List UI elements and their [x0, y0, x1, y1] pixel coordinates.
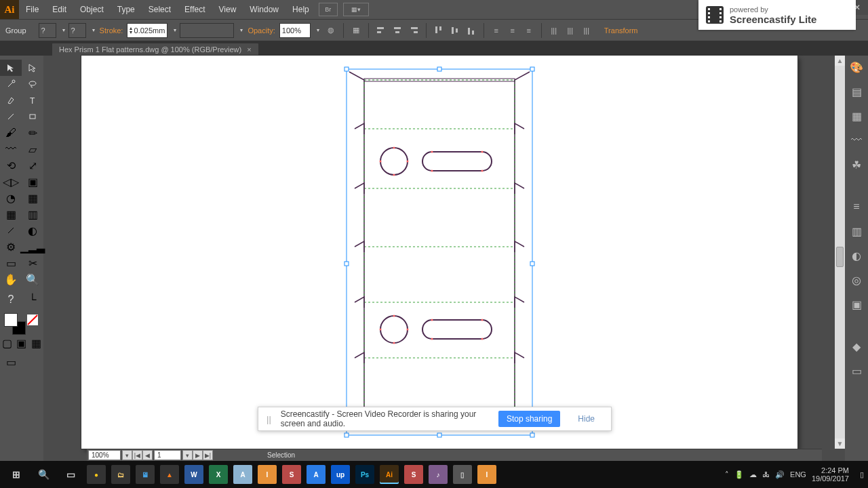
graph-tool[interactable]: ▁▂▃ [22, 239, 43, 255]
menu-view[interactable]: View [212, 0, 243, 19]
last-artboard-button[interactable]: ▶| [203, 450, 213, 460]
vertical-scrollbar[interactable]: ▲ ▼ [835, 56, 845, 449]
stroke-panel-icon[interactable]: ≡ [849, 199, 864, 214]
tearoff-icon[interactable]: └ [22, 291, 43, 308]
help-tool-icon[interactable]: ? [0, 291, 22, 308]
canvas-area[interactable]: 100% ▾ |◀ ◀ 1 ▾ ▶ ▶| Selection [43, 56, 845, 461]
scroll-up-icon[interactable]: ▲ [835, 56, 845, 66]
gradient-tool[interactable]: ▥ [22, 206, 43, 222]
gradient-panel-icon[interactable]: ▥ [849, 224, 864, 239]
fill-color-icon[interactable] [4, 313, 18, 327]
blend-tool[interactable]: ◐ [22, 222, 43, 239]
align-right-icon[interactable] [407, 24, 420, 37]
artboard-tool[interactable]: ▭ [0, 255, 22, 271]
taskbar-app-autodesk[interactable]: A [233, 465, 252, 484]
taskbar-app-sketchup1[interactable]: S [282, 465, 301, 484]
rectangle-tool[interactable] [22, 108, 43, 125]
menu-effect[interactable]: Effect [178, 0, 212, 19]
pen-tool[interactable] [0, 92, 22, 108]
taskbar-app-illustrator[interactable]: Ai [380, 465, 399, 484]
mesh-tool[interactable]: ▦ [0, 206, 22, 222]
menu-edit[interactable]: Edit [45, 0, 73, 19]
menu-object[interactable]: Object [73, 0, 111, 19]
draw-inside-icon[interactable]: ▦ [29, 335, 43, 351]
tray-network-icon[interactable]: 🖧 [762, 470, 770, 479]
fill-dropdown-icon[interactable]: ▾ [59, 27, 68, 33]
recolor-art-icon[interactable]: ◍ [324, 24, 338, 37]
direct-selection-tool[interactable] [22, 60, 43, 76]
menu-file[interactable]: File [19, 0, 45, 19]
fill-swatch[interactable]: ? [39, 23, 56, 38]
hide-toast-button[interactable]: Hide [570, 411, 603, 427]
zoom-menu-icon[interactable]: ▾ [122, 450, 132, 460]
menu-help[interactable]: Help [285, 0, 316, 19]
selection-tool[interactable] [0, 60, 22, 76]
taskbar-app-inventor2[interactable]: I [477, 465, 496, 484]
dist-hcenter-icon[interactable]: ||| [564, 24, 577, 37]
free-transform-tool[interactable]: ▣ [22, 174, 43, 190]
first-artboard-button[interactable]: |◀ [132, 450, 142, 460]
tray-battery-icon[interactable]: 🔋 [734, 470, 744, 479]
taskbar-app-taskview[interactable]: ▭ [57, 461, 84, 488]
align-left-icon[interactable] [374, 24, 388, 37]
taskbar-app-inventor1[interactable]: I [258, 465, 277, 484]
transparency-panel-icon[interactable]: ◐ [849, 248, 864, 263]
taskbar-app-excel[interactable]: X [209, 465, 228, 484]
stroke-weight-input[interactable]: ▴▾ 0.025mm [127, 23, 167, 38]
dist-vcenter-icon[interactable]: ≡ [506, 24, 519, 37]
tab-close-icon[interactable]: × [247, 45, 251, 54]
none-color-icon[interactable] [27, 314, 38, 325]
menu-select[interactable]: Select [142, 0, 178, 19]
prev-artboard-button[interactable]: ◀ [142, 450, 153, 460]
opacity-input[interactable]: 100% [279, 23, 311, 38]
dist-left-icon[interactable]: ||| [547, 24, 561, 37]
screen-mode-icon[interactable]: ▭ [0, 354, 22, 370]
taskbar-app-spotify[interactable]: S [404, 465, 423, 484]
taskbar-app-pdf[interactable]: ▯ [453, 465, 472, 484]
taskbar-app-start[interactable]: ⊞ [3, 461, 30, 488]
menu-type[interactable]: Type [111, 0, 142, 19]
scroll-thumb[interactable] [836, 247, 844, 267]
hand-tool[interactable]: ✋ [0, 271, 22, 287]
taskbar-app-app3[interactable]: ♪ [429, 465, 448, 484]
draw-behind-icon[interactable]: ▣ [14, 335, 28, 351]
taskbar-app-app2[interactable]: A [307, 465, 326, 484]
color-panel-icon[interactable]: 🎨 [849, 60, 864, 75]
next-artboard-button[interactable]: ▶ [193, 450, 203, 460]
scale-tool[interactable]: ⤢ [22, 157, 43, 174]
draw-normal-icon[interactable]: ▢ [0, 335, 14, 351]
menu-window[interactable]: Window [243, 0, 285, 19]
taskbar-clock[interactable]: 2:24 PM 19/09/2017 [812, 466, 854, 483]
tray-volume-icon[interactable]: 🔊 [775, 470, 785, 479]
tray-onedrive-icon[interactable]: ☁ [749, 470, 757, 479]
stroke-swatch[interactable]: ? [68, 23, 86, 38]
appearance-panel-icon[interactable]: ◎ [849, 272, 864, 287]
taskbar-app-desktop[interactable]: 🖥 [136, 465, 155, 484]
width-tool[interactable]: ◁▷ [0, 174, 22, 190]
artboard[interactable] [81, 56, 797, 449]
graphic-styles-panel-icon[interactable]: ▣ [849, 297, 864, 312]
taskbar-app-vlc[interactable]: ▲ [160, 465, 179, 484]
symbol-sprayer-tool[interactable]: ⚙ [0, 239, 22, 255]
layers-panel-icon[interactable]: ◆ [849, 339, 864, 354]
bridge-icon[interactable]: Br [319, 3, 338, 16]
magic-wand-tool[interactable] [0, 76, 22, 92]
taskbar-app-word[interactable]: W [184, 465, 203, 484]
document-tab[interactable]: Hex Prism 1 Flat patterns.dwg @ 100% (RG… [52, 43, 259, 56]
taskbar-app-up[interactable]: up [331, 465, 350, 484]
stop-sharing-button[interactable]: Stop sharing [498, 411, 560, 427]
brush-def[interactable] [180, 23, 234, 38]
transform-panel-link[interactable]: Transform [604, 26, 638, 35]
taskbar-app-explorer[interactable]: 🗂 [111, 465, 130, 484]
artboard-menu-icon[interactable]: ▾ [182, 450, 193, 460]
taskbar-app-chrome[interactable]: ● [87, 465, 106, 484]
zoom-tool[interactable]: 🔍 [22, 271, 43, 287]
align-vcenter-icon[interactable] [448, 24, 462, 37]
swatches-panel-icon[interactable]: ▦ [849, 108, 864, 123]
taskbar-app-photoshop[interactable]: Ps [355, 465, 374, 484]
rotate-tool[interactable]: ⟲ [0, 157, 22, 174]
align-panel-icon[interactable]: ▦ [349, 24, 363, 37]
scroll-down-icon[interactable]: ▼ [835, 439, 845, 449]
stroke-weight-menu-icon[interactable]: ▾ [170, 27, 180, 33]
taskbar-app-search[interactable]: 🔍 [30, 461, 57, 488]
